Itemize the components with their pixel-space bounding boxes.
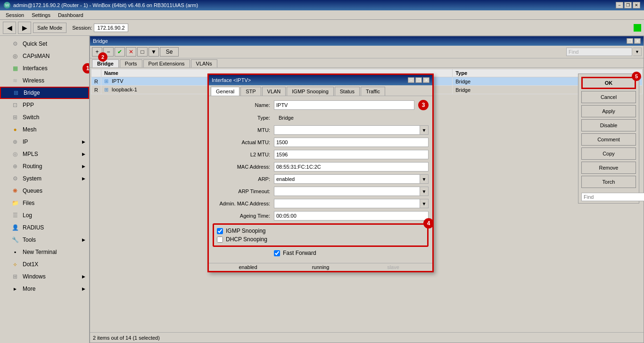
mpls-icon: ◎ [11, 150, 19, 158]
dialog-status-bar: enabled running slave [209, 263, 432, 271]
arp-timeout-label: ARP Timeout: [213, 188, 274, 194]
sidebar-item-radius[interactable]: 👤 RADIUS [0, 221, 89, 234]
sidebar-item-mesh[interactable]: ● Mesh [0, 123, 89, 136]
dialog-tab-stp[interactable]: STP [240, 87, 261, 96]
disable-bridge-button[interactable]: ✕ [126, 47, 136, 57]
menu-settings[interactable]: Settings [28, 10, 54, 19]
quick-set-icon: ⚙ [11, 40, 19, 48]
search-bridge-button[interactable]: Se [160, 47, 179, 57]
sidebar-item-new-terminal[interactable]: ▪ New Terminal [0, 246, 89, 258]
bridge-restore-button[interactable]: ❐ [627, 38, 633, 44]
arp-dropdown-button[interactable]: ▼ [420, 174, 429, 184]
enable-bridge-button[interactable]: ✔ [115, 47, 125, 57]
dialog-restore-button[interactable]: ❐ [415, 77, 422, 83]
bridge-tab-vlans[interactable]: VLANs [191, 59, 217, 67]
sidebar-item-files[interactable]: 📁 Files [0, 197, 89, 209]
dhcp-snooping-checkbox[interactable] [217, 237, 223, 243]
cancel-button[interactable]: Cancel [581, 91, 636, 103]
bridge-tab-port-extensions[interactable]: Port Extensions [143, 59, 190, 67]
name-input[interactable] [274, 100, 414, 110]
row-icon-2: ⊞ [104, 87, 108, 92]
actual-mtu-input[interactable] [274, 138, 429, 147]
sidebar-item-capsman[interactable]: ◎ CAPsMAN [0, 50, 89, 62]
sidebar-item-log[interactable]: ☰ Log [0, 209, 89, 221]
sidebar-item-routing[interactable]: ⊕ Routing ▶ [0, 160, 89, 172]
mac-address-input[interactable] [274, 162, 429, 172]
menu-dashboard[interactable]: Dashboard [54, 10, 87, 19]
dialog-tab-status[interactable]: Status [335, 87, 360, 96]
sidebar-item-ip[interactable]: ⊕ IP ▶ [0, 136, 89, 148]
mtu-dropdown-button[interactable]: ▼ [420, 125, 429, 135]
safe-mode-button[interactable]: Safe Mode [33, 23, 66, 33]
sidebar-label-capsman: CAPsMAN [23, 53, 85, 59]
sidebar-item-interfaces[interactable]: ▦ Interfaces 1 [0, 62, 89, 74]
mtu-input[interactable] [274, 125, 420, 135]
sidebar-item-tools[interactable]: 🔧 Tools ▶ [0, 234, 89, 246]
sidebar-label-files: Files [23, 200, 85, 206]
admin-mac-label: Admin. MAC Address: [213, 201, 274, 206]
arp-input[interactable] [274, 174, 420, 184]
mpls-arrow-icon: ▶ [82, 152, 85, 156]
dialog-tab-general[interactable]: General [211, 87, 239, 96]
minimize-button[interactable]: − [616, 2, 623, 8]
filter-bridge-button[interactable]: ▼ [149, 47, 159, 57]
arp-timeout-row: ARP Timeout: ▼ [213, 187, 429, 196]
bridge-tab-ports[interactable]: Ports [120, 59, 142, 67]
sidebar-item-bridge[interactable]: ⊞ Bridge [0, 87, 89, 99]
dialog-tab-traffic[interactable]: Traffic [361, 87, 385, 96]
row-icon-1: ⊞ [104, 78, 108, 84]
sidebar-item-ppp[interactable]: ⊡ PPP [0, 99, 89, 111]
interface-dialog: Interface <IPTV> − ❐ ✕ General STP VLAN … [207, 74, 434, 272]
sidebar-item-more[interactable]: ▸ More ▶ [0, 283, 89, 295]
sidebar-item-quick-set[interactable]: ⚙ Quick Set [0, 38, 89, 50]
bridge-find-dropdown[interactable]: ▼ [633, 48, 642, 56]
name-row: Name: 3 [213, 100, 429, 110]
back-button[interactable]: ◀ [3, 22, 16, 34]
sidebar-item-switch[interactable]: ⊞ Switch [0, 111, 89, 123]
fast-forward-checkbox[interactable] [274, 250, 280, 256]
bridge-find-input[interactable]: Find [566, 48, 632, 56]
comment-button[interactable]: Comment [581, 133, 636, 146]
find-input[interactable] [581, 193, 644, 201]
remove-button[interactable]: Remove [581, 162, 636, 174]
sidebar-label-mesh: Mesh [23, 126, 85, 133]
sidebar-item-system[interactable]: ⚙ System ▶ [0, 172, 89, 185]
ageing-time-input[interactable] [274, 211, 429, 220]
dialog-tab-vlan[interactable]: VLAN [262, 87, 286, 96]
restore-button[interactable]: ❐ [624, 2, 632, 8]
apply-button[interactable]: Apply [581, 105, 636, 117]
sidebar-label-mpls: MPLS [23, 151, 78, 157]
arp-timeout-input[interactable] [274, 187, 420, 196]
tools-icon: 🔧 [11, 236, 19, 244]
close-button[interactable]: ✕ [633, 2, 640, 8]
sidebar-label-quick-set: Quick Set [23, 41, 85, 47]
ok-button[interactable]: OK 5 [581, 77, 636, 89]
admin-mac-input[interactable] [274, 199, 420, 208]
sidebar-item-windows[interactable]: ⊞ Windows ▶ [0, 270, 89, 283]
forward-button[interactable]: ▶ [18, 22, 31, 34]
sidebar-item-wireless[interactable]: ≋ Wireless [0, 74, 89, 87]
settings-bridge-button[interactable]: □ [137, 47, 148, 57]
sidebar-label-wireless: Wireless [23, 77, 85, 84]
torch-button[interactable]: Torch [581, 176, 636, 188]
bridge-close-button[interactable]: ✕ [634, 38, 641, 44]
copy-button[interactable]: Copy [581, 147, 636, 160]
dialog-minimize-button[interactable]: − [408, 77, 414, 83]
sidebar-item-mpls[interactable]: ◎ MPLS ▶ [0, 148, 89, 160]
bridge-toolbar: + 2 − ✔ ✕ □ ▼ Se Find ▼ [90, 46, 644, 58]
ip-icon: ⊕ [11, 138, 19, 146]
dialog-tab-igmp-snooping[interactable]: IGMP Snooping [287, 87, 333, 96]
sidebar-item-queues[interactable]: ❋ Queues [0, 185, 89, 197]
l2-mtu-input[interactable] [274, 150, 429, 159]
sidebar-item-dot1x[interactable]: ⟡ Dot1X [0, 258, 89, 270]
bridge-icon: ⊞ [12, 89, 20, 97]
admin-mac-dropdown-button[interactable]: ▼ [420, 199, 429, 208]
add-bridge-button[interactable]: + 2 [92, 47, 102, 57]
dialog-close-button[interactable]: ✕ [423, 77, 429, 83]
menu-session[interactable]: Session [2, 10, 28, 19]
arp-timeout-dropdown-button[interactable]: ▼ [420, 187, 429, 196]
arp-timeout-wrap: ▼ [274, 187, 429, 196]
disable-button[interactable]: Disable [581, 119, 636, 131]
sidebar-label-interfaces: Interfaces [23, 65, 85, 72]
igmp-snooping-checkbox[interactable] [217, 228, 223, 234]
